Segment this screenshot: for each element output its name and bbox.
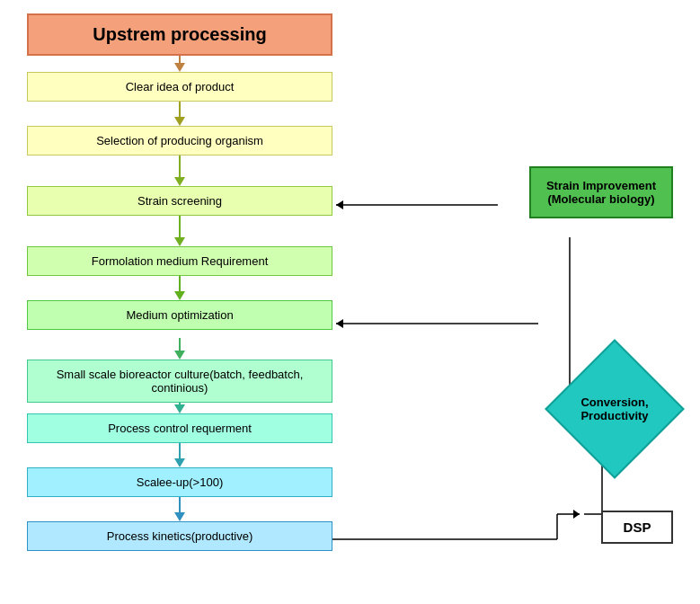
selection-text: Selection of producing organism — [96, 134, 263, 147]
process-control-text: Process control requerment — [108, 422, 252, 435]
small-scale-text: Small scale bioreactor culture(batch, fe… — [57, 368, 304, 395]
box-formulation: Formolation medium Requirement — [27, 246, 332, 276]
svg-marker-28 — [573, 510, 580, 519]
conversion-diamond: Conversion,Productivity — [545, 339, 685, 479]
box-selection: Selection of producing organism — [27, 126, 332, 155]
svg-marker-11 — [174, 351, 185, 360]
svg-marker-1 — [174, 63, 185, 72]
formulation-text: Formolation medium Requirement — [92, 254, 269, 268]
svg-marker-19 — [336, 200, 343, 209]
svg-marker-5 — [174, 177, 185, 186]
box-clear-idea: Clear idea of product — [27, 72, 332, 102]
svg-marker-17 — [174, 512, 185, 521]
dsp-text: DSP — [624, 520, 651, 535]
svg-marker-7 — [174, 237, 185, 246]
process-kinetics-text: Process kinetics(productive) — [107, 529, 253, 543]
title-box: Upstrem processing — [27, 13, 332, 56]
medium-opt-text: Medium optimization — [126, 308, 233, 322]
strain-improvement-box: Strain Improvement(Molecular biology) — [529, 166, 673, 218]
diagram-container: Upstrem processing Clear idea of product… — [0, 0, 700, 604]
box-scale-up: Scalee-up(>100) — [27, 467, 332, 497]
clear-idea-text: Clear idea of product — [126, 80, 235, 93]
box-strain-screening: Strain screening — [27, 186, 332, 216]
scale-up-text: Scalee-up(>100) — [137, 475, 223, 489]
box-small-scale: Small scale bioreactor culture(batch, fe… — [27, 360, 332, 403]
box-medium-opt: Medium optimization — [27, 300, 332, 330]
strain-improvement-text: Strain Improvement(Molecular biology) — [546, 179, 656, 206]
box-process-kinetics: Process kinetics(productive) — [27, 521, 332, 551]
svg-marker-3 — [174, 117, 185, 126]
dsp-box: DSP — [601, 511, 673, 544]
svg-marker-22 — [336, 319, 343, 328]
strain-screening-text: Strain screening — [137, 194, 222, 208]
diamond-container: Conversion,Productivity — [547, 351, 682, 467]
title-text: Upstrem processing — [93, 24, 266, 44]
svg-marker-13 — [174, 404, 185, 413]
svg-marker-15 — [174, 458, 185, 467]
svg-marker-9 — [174, 291, 185, 300]
conversion-text: Conversion,Productivity — [570, 395, 660, 422]
box-process-control: Process control requerment — [27, 413, 332, 443]
